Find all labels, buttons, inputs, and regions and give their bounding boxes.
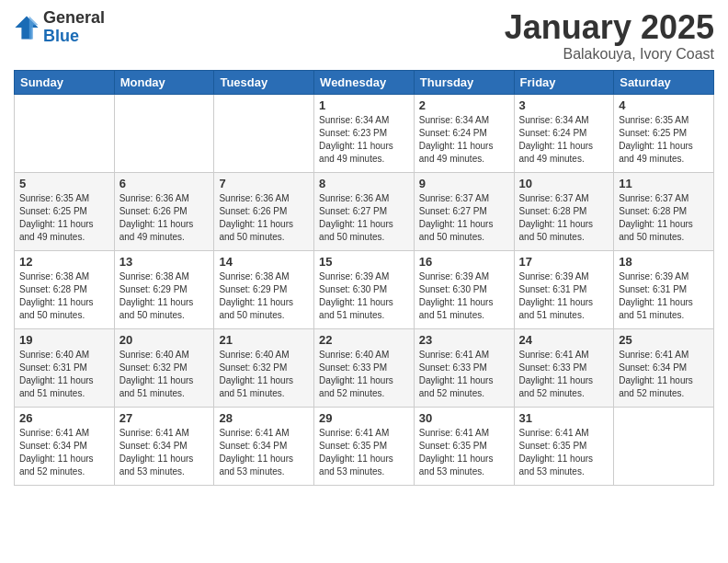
day-number: 9 <box>419 177 509 190</box>
table-row: 15Sunrise: 6:39 AM Sunset: 6:30 PM Dayli… <box>314 250 415 328</box>
day-info: Sunrise: 6:40 AM Sunset: 6:31 PM Dayligh… <box>19 349 109 400</box>
calendar-week-row: 1Sunrise: 6:34 AM Sunset: 6:23 PM Daylig… <box>15 94 714 172</box>
table-row: 13Sunrise: 6:38 AM Sunset: 6:29 PM Dayli… <box>114 250 214 328</box>
day-number: 26 <box>19 411 109 425</box>
month-title: January 2025 <box>505 9 714 46</box>
day-info: Sunrise: 6:40 AM Sunset: 6:32 PM Dayligh… <box>119 349 210 400</box>
day-number: 24 <box>519 333 609 347</box>
header-saturday: Saturday <box>614 70 714 94</box>
day-number: 4 <box>619 98 709 112</box>
day-number: 1 <box>319 98 409 112</box>
table-row: 3Sunrise: 6:34 AM Sunset: 6:24 PM Daylig… <box>514 94 614 172</box>
table-row: 9Sunrise: 6:37 AM Sunset: 6:27 PM Daylig… <box>414 172 514 250</box>
table-row: 31Sunrise: 6:41 AM Sunset: 6:35 PM Dayli… <box>514 407 614 485</box>
day-info: Sunrise: 6:41 AM Sunset: 6:35 PM Dayligh… <box>319 427 409 478</box>
header-monday: Monday <box>114 70 214 94</box>
day-number: 19 <box>19 333 109 347</box>
day-number: 15 <box>319 255 409 269</box>
header-sunday: Sunday <box>15 70 115 94</box>
header: General Blue January 2025 Balakouya, Ivo… <box>14 9 714 63</box>
day-info: Sunrise: 6:39 AM Sunset: 6:31 PM Dayligh… <box>619 270 709 322</box>
table-row: 18Sunrise: 6:39 AM Sunset: 6:31 PM Dayli… <box>614 250 714 328</box>
day-number: 2 <box>419 98 509 112</box>
page: General Blue January 2025 Balakouya, Ivo… <box>0 0 728 563</box>
day-info: Sunrise: 6:41 AM Sunset: 6:33 PM Dayligh… <box>419 349 509 400</box>
table-row: 17Sunrise: 6:39 AM Sunset: 6:31 PM Dayli… <box>514 250 614 328</box>
day-number: 13 <box>119 255 210 269</box>
table-row: 12Sunrise: 6:38 AM Sunset: 6:28 PM Dayli… <box>15 250 115 328</box>
day-info: Sunrise: 6:41 AM Sunset: 6:34 PM Dayligh… <box>119 427 210 478</box>
day-info: Sunrise: 6:38 AM Sunset: 6:29 PM Dayligh… <box>119 270 210 322</box>
day-info: Sunrise: 6:41 AM Sunset: 6:35 PM Dayligh… <box>419 427 509 478</box>
table-row: 27Sunrise: 6:41 AM Sunset: 6:34 PM Dayli… <box>114 407 214 485</box>
day-number: 30 <box>419 411 509 425</box>
logo: General Blue <box>14 9 105 46</box>
table-row: 6Sunrise: 6:36 AM Sunset: 6:26 PM Daylig… <box>114 172 214 250</box>
logo-text: General Blue <box>43 9 105 46</box>
day-info: Sunrise: 6:41 AM Sunset: 6:34 PM Dayligh… <box>619 349 709 400</box>
day-info: Sunrise: 6:34 AM Sunset: 6:24 PM Dayligh… <box>519 114 609 166</box>
day-info: Sunrise: 6:38 AM Sunset: 6:28 PM Dayligh… <box>19 270 109 322</box>
header-wednesday: Wednesday <box>314 70 415 94</box>
table-row <box>15 94 115 172</box>
calendar-week-row: 5Sunrise: 6:35 AM Sunset: 6:25 PM Daylig… <box>15 172 714 250</box>
day-info: Sunrise: 6:40 AM Sunset: 6:33 PM Dayligh… <box>319 349 409 400</box>
day-info: Sunrise: 6:39 AM Sunset: 6:30 PM Dayligh… <box>419 270 509 322</box>
table-row: 26Sunrise: 6:41 AM Sunset: 6:34 PM Dayli… <box>15 407 115 485</box>
calendar-week-row: 19Sunrise: 6:40 AM Sunset: 6:31 PM Dayli… <box>15 328 714 407</box>
logo-blue: Blue <box>43 28 105 46</box>
header-tuesday: Tuesday <box>214 70 314 94</box>
day-number: 11 <box>619 177 709 190</box>
calendar-week-row: 12Sunrise: 6:38 AM Sunset: 6:28 PM Dayli… <box>15 250 714 328</box>
day-number: 6 <box>119 177 210 190</box>
day-info: Sunrise: 6:35 AM Sunset: 6:25 PM Dayligh… <box>19 192 109 244</box>
table-row: 7Sunrise: 6:36 AM Sunset: 6:26 PM Daylig… <box>214 172 314 250</box>
day-info: Sunrise: 6:36 AM Sunset: 6:26 PM Dayligh… <box>119 192 210 244</box>
table-row: 1Sunrise: 6:34 AM Sunset: 6:23 PM Daylig… <box>314 94 415 172</box>
day-number: 8 <box>319 177 409 190</box>
table-row: 23Sunrise: 6:41 AM Sunset: 6:33 PM Dayli… <box>414 328 514 407</box>
day-info: Sunrise: 6:41 AM Sunset: 6:34 PM Dayligh… <box>219 427 309 478</box>
table-row: 22Sunrise: 6:40 AM Sunset: 6:33 PM Dayli… <box>314 328 415 407</box>
day-info: Sunrise: 6:39 AM Sunset: 6:31 PM Dayligh… <box>519 270 609 322</box>
table-row: 4Sunrise: 6:35 AM Sunset: 6:25 PM Daylig… <box>614 94 714 172</box>
table-row: 5Sunrise: 6:35 AM Sunset: 6:25 PM Daylig… <box>15 172 115 250</box>
day-info: Sunrise: 6:36 AM Sunset: 6:27 PM Dayligh… <box>319 192 409 244</box>
day-info: Sunrise: 6:40 AM Sunset: 6:32 PM Dayligh… <box>219 349 309 400</box>
day-number: 12 <box>19 255 109 269</box>
table-row: 16Sunrise: 6:39 AM Sunset: 6:30 PM Dayli… <box>414 250 514 328</box>
day-info: Sunrise: 6:37 AM Sunset: 6:27 PM Dayligh… <box>419 192 509 244</box>
day-number: 21 <box>219 333 309 347</box>
day-number: 18 <box>619 255 709 269</box>
table-row: 21Sunrise: 6:40 AM Sunset: 6:32 PM Dayli… <box>214 328 314 407</box>
table-row: 11Sunrise: 6:37 AM Sunset: 6:28 PM Dayli… <box>614 172 714 250</box>
day-number: 10 <box>519 177 609 190</box>
logo-icon <box>14 15 40 40</box>
table-row <box>214 94 314 172</box>
table-row <box>614 407 714 485</box>
day-info: Sunrise: 6:37 AM Sunset: 6:28 PM Dayligh… <box>519 192 609 244</box>
day-number: 25 <box>619 333 709 347</box>
day-number: 29 <box>319 411 409 425</box>
table-row: 20Sunrise: 6:40 AM Sunset: 6:32 PM Dayli… <box>114 328 214 407</box>
location-subtitle: Balakouya, Ivory Coast <box>505 46 714 63</box>
day-info: Sunrise: 6:38 AM Sunset: 6:29 PM Dayligh… <box>219 270 309 322</box>
table-row: 24Sunrise: 6:41 AM Sunset: 6:33 PM Dayli… <box>514 328 614 407</box>
day-number: 14 <box>219 255 309 269</box>
day-number: 3 <box>519 98 609 112</box>
day-info: Sunrise: 6:34 AM Sunset: 6:24 PM Dayligh… <box>419 114 509 166</box>
day-number: 23 <box>419 333 509 347</box>
table-row: 14Sunrise: 6:38 AM Sunset: 6:29 PM Dayli… <box>214 250 314 328</box>
svg-marker-0 <box>15 16 38 39</box>
day-info: Sunrise: 6:35 AM Sunset: 6:25 PM Dayligh… <box>619 114 709 166</box>
day-number: 31 <box>519 411 609 425</box>
day-info: Sunrise: 6:34 AM Sunset: 6:23 PM Dayligh… <box>319 114 409 166</box>
table-row: 25Sunrise: 6:41 AM Sunset: 6:34 PM Dayli… <box>614 328 714 407</box>
calendar-header-row: Sunday Monday Tuesday Wednesday Thursday… <box>15 70 714 94</box>
day-info: Sunrise: 6:41 AM Sunset: 6:34 PM Dayligh… <box>19 427 109 478</box>
table-row: 2Sunrise: 6:34 AM Sunset: 6:24 PM Daylig… <box>414 94 514 172</box>
table-row: 28Sunrise: 6:41 AM Sunset: 6:34 PM Dayli… <box>214 407 314 485</box>
table-row: 10Sunrise: 6:37 AM Sunset: 6:28 PM Dayli… <box>514 172 614 250</box>
day-number: 5 <box>19 177 109 190</box>
header-friday: Friday <box>514 70 614 94</box>
